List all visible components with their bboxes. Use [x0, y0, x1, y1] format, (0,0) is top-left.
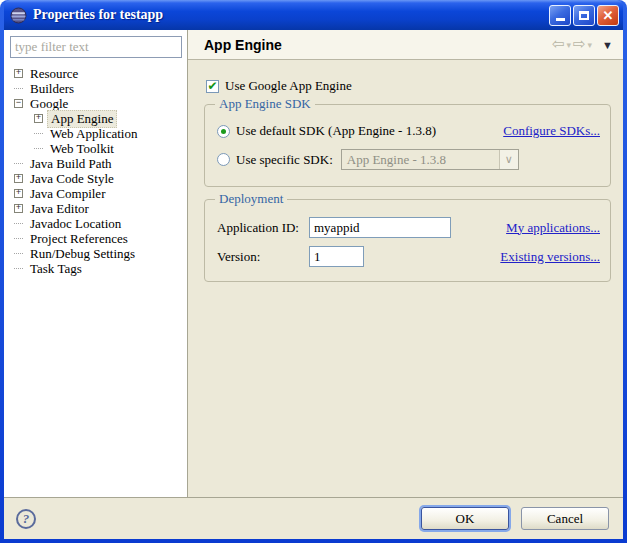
tree-connector [14, 163, 23, 164]
expand-icon[interactable]: + [14, 204, 23, 213]
expand-icon[interactable]: + [14, 189, 23, 198]
titlebar[interactable]: Properties for testapp ✕ [4, 0, 623, 30]
maximize-button[interactable] [573, 5, 595, 26]
tree-item-label: Project References [27, 231, 131, 247]
tree-connector [34, 148, 43, 149]
tree-item-java-compiler[interactable]: +Java Compiler [10, 186, 181, 201]
chevron-down-icon: ∨ [505, 153, 513, 166]
tree-item-label: Web Application [47, 126, 140, 142]
ok-button[interactable]: OK [421, 507, 509, 530]
default-sdk-radio-row[interactable]: Use default SDK (App Engine - 1.3.8) Con… [217, 123, 600, 139]
close-button[interactable]: ✕ [597, 5, 619, 26]
sdk-combobox[interactable]: App Engine - 1.3.8 ∨ [341, 149, 519, 170]
forward-dropdown-icon[interactable]: ▾ [588, 40, 593, 50]
expand-icon[interactable]: + [14, 69, 23, 78]
properties-tree: +ResourceBuilders−Google+App EngineWeb A… [10, 66, 181, 276]
page-title: App Engine [204, 37, 552, 53]
forward-icon[interactable]: ⇨ [573, 37, 586, 52]
tree-item-builders[interactable]: Builders [10, 81, 181, 96]
tree-connector [34, 133, 43, 134]
tree-item-label: Web Toolkit [47, 141, 117, 157]
version-label: Version: [217, 249, 309, 265]
tree-item-java-build-path[interactable]: Java Build Path [10, 156, 181, 171]
help-button[interactable]: ? [16, 509, 36, 529]
help-icon: ? [23, 511, 30, 527]
specific-sdk-radio[interactable] [217, 153, 230, 166]
cancel-button[interactable]: Cancel [521, 507, 609, 530]
maximize-icon [579, 11, 589, 20]
eclipse-app-icon [10, 7, 27, 24]
tree-item-web-application[interactable]: Web Application [10, 126, 181, 141]
tree-item-label: Builders [27, 81, 77, 97]
window-title: Properties for testapp [33, 7, 549, 23]
application-id-row: Application ID: My applications... [217, 217, 600, 238]
default-sdk-radio[interactable] [217, 125, 230, 138]
dialog-body: +ResourceBuilders−Google+App EngineWeb A… [4, 30, 623, 539]
specific-sdk-radio-row[interactable]: Use specific SDK: App Engine - 1.3.8 ∨ [217, 149, 600, 170]
close-icon: ✕ [603, 9, 614, 22]
deployment-group: Deployment Application ID: My applicatio… [204, 199, 611, 282]
deployment-group-title: Deployment [215, 191, 287, 207]
minimize-icon [556, 18, 565, 21]
collapse-icon[interactable]: − [14, 99, 23, 108]
tree-item-java-code-style[interactable]: +Java Code Style [10, 171, 181, 186]
sdk-combobox-arrow[interactable]: ∨ [499, 150, 518, 169]
version-row: Version: Existing versions... [217, 246, 600, 267]
tree-item-project-references[interactable]: Project References [10, 231, 181, 246]
tree-item-resource[interactable]: +Resource [10, 66, 181, 81]
application-id-label: Application ID: [217, 220, 309, 236]
back-dropdown-icon[interactable]: ▾ [566, 40, 571, 50]
tree-item-label: Resource [27, 66, 81, 82]
page-header: App Engine ⇦ ▾ ⇨ ▾ ▼ [188, 30, 623, 60]
sdk-group: App Engine SDK Use default SDK (App Engi… [204, 104, 611, 187]
tree-connector [14, 268, 23, 269]
minimize-button[interactable] [549, 5, 571, 26]
specific-sdk-label: Use specific SDK: [236, 152, 333, 168]
tree-item-app-engine[interactable]: +App Engine [10, 111, 181, 126]
tree-item-task-tags[interactable]: Task Tags [10, 261, 181, 276]
button-bar: ? OK Cancel [4, 497, 623, 539]
configure-sdks-link[interactable]: Configure SDKs... [503, 123, 600, 139]
tree-item-label: Java Compiler [27, 186, 108, 202]
tree-connector [14, 238, 23, 239]
tree-item-web-toolkit[interactable]: Web Toolkit [10, 141, 181, 156]
tree-item-run-debug-settings[interactable]: Run/Debug Settings [10, 246, 181, 261]
use-gae-label: Use Google App Engine [225, 78, 352, 94]
expand-icon[interactable]: + [34, 114, 43, 123]
application-id-field[interactable] [309, 217, 451, 238]
use-gae-checkbox[interactable]: ✔ [206, 80, 219, 93]
tree-item-label: Java Build Path [27, 156, 115, 172]
page-content: ✔ Use Google App Engine App Engine SDK U… [188, 60, 623, 497]
expand-icon[interactable]: + [14, 174, 23, 183]
tree-item-java-editor[interactable]: +Java Editor [10, 201, 181, 216]
filter-input[interactable] [10, 36, 182, 58]
my-applications-link[interactable]: My applications... [506, 220, 600, 236]
sdk-group-title: App Engine SDK [215, 96, 315, 112]
default-sdk-label: Use default SDK (App Engine - 1.3.8) [236, 123, 436, 139]
properties-dialog: Properties for testapp ✕ +ResourceBuilde… [0, 0, 627, 543]
tree-connector [14, 223, 23, 224]
page-panel: App Engine ⇦ ▾ ⇨ ▾ ▼ ✔ Use Google A [188, 30, 623, 497]
tree-item-label: Javadoc Location [27, 216, 124, 232]
sdk-combobox-value: App Engine - 1.3.8 [342, 152, 499, 168]
tree-connector [14, 88, 23, 89]
checkmark-icon: ✔ [207, 80, 217, 92]
use-gae-checkbox-row[interactable]: ✔ Use Google App Engine [206, 78, 615, 94]
tree-item-label: Java Code Style [27, 171, 117, 187]
view-menu-icon[interactable]: ▼ [602, 39, 613, 51]
tree-item-label: Java Editor [27, 201, 92, 217]
properties-nav-panel: +ResourceBuilders−Google+App EngineWeb A… [4, 30, 188, 497]
tree-connector [14, 253, 23, 254]
tree-item-javadoc-location[interactable]: Javadoc Location [10, 216, 181, 231]
existing-versions-link[interactable]: Existing versions... [500, 249, 600, 265]
back-icon[interactable]: ⇦ [552, 37, 565, 52]
version-field[interactable] [309, 246, 364, 267]
tree-item-label: Run/Debug Settings [27, 246, 138, 262]
tree-item-label: Task Tags [27, 261, 85, 277]
